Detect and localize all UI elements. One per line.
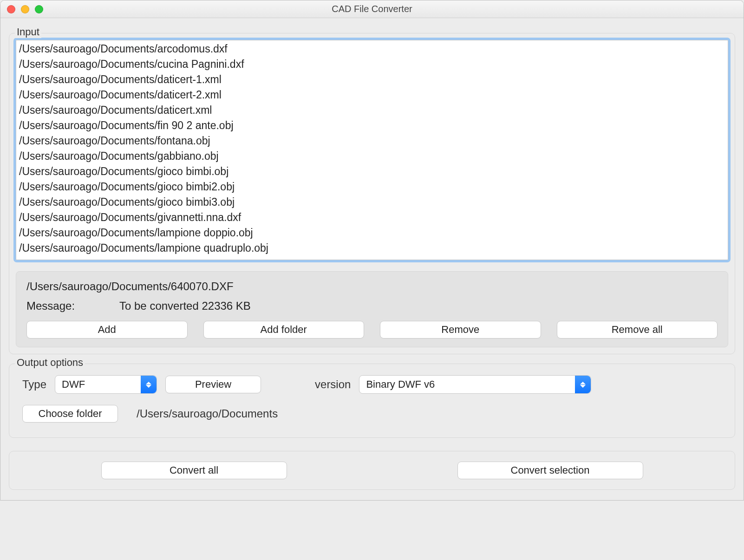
window-body: Input /Users/sauroago/Documents/arcodomu… (0, 18, 744, 500)
message-value: To be converted 22336 KB (119, 300, 251, 313)
input-group: Input /Users/sauroago/Documents/arcodomu… (9, 33, 735, 354)
remove-all-button[interactable]: Remove all (557, 321, 718, 339)
list-item[interactable]: /Users/sauroago/Documents/gioco bimbi3.o… (18, 195, 726, 210)
file-list[interactable]: /Users/sauroago/Documents/arcodomus.dxf/… (16, 40, 728, 260)
list-item[interactable]: /Users/sauroago/Documents/arcodomus.dxf (18, 41, 726, 57)
type-select[interactable]: DWF (55, 375, 157, 394)
list-item[interactable]: /Users/sauroago/Documents/cucina Pagnini… (18, 57, 726, 72)
output-row-1: Type DWF Preview version Binary DWF v6 (22, 375, 722, 394)
title-bar: CAD File Converter (0, 0, 744, 18)
type-label: Type (22, 378, 46, 391)
list-item[interactable]: /Users/sauroago/Documents/givannetti.nna… (18, 210, 726, 225)
output-group-label: Output options (15, 357, 85, 369)
list-item[interactable]: /Users/sauroago/Documents/daticert-2.xml (18, 87, 726, 103)
close-icon[interactable] (7, 5, 15, 13)
list-item[interactable]: /Users/sauroago/Documents/daticert.xml (18, 103, 726, 118)
version-value: Binary DWF v6 (366, 378, 435, 391)
remove-button[interactable]: Remove (380, 321, 541, 339)
version-label: version (315, 378, 351, 391)
chevron-updown-icon (575, 376, 591, 393)
minimize-icon[interactable] (21, 5, 29, 13)
current-file: /Users/sauroago/Documents/640070.DXF (26, 280, 718, 293)
list-item[interactable]: /Users/sauroago/Documents/fontana.obj (18, 133, 726, 149)
message-row: Message: To be converted 22336 KB (26, 300, 718, 313)
convert-all-button[interactable]: Convert all (101, 462, 287, 479)
window-title: CAD File Converter (0, 4, 744, 14)
list-item[interactable]: /Users/sauroago/Documents/gioco bimbi.ob… (18, 164, 726, 179)
input-group-label: Input (15, 26, 41, 38)
add-folder-button[interactable]: Add folder (203, 321, 365, 339)
message-label: Message: (26, 300, 119, 313)
input-buttons: Add Add folder Remove Remove all (26, 321, 718, 339)
window-controls (7, 5, 43, 13)
list-item[interactable]: /Users/sauroago/Documents/lampione quadr… (18, 241, 726, 256)
preview-button[interactable]: Preview (165, 376, 261, 393)
convert-bar: Convert all Convert selection (9, 451, 735, 490)
choose-folder-button[interactable]: Choose folder (22, 405, 118, 423)
zoom-icon[interactable] (35, 5, 43, 13)
app-window: CAD File Converter Input /Users/sauroago… (0, 0, 744, 501)
type-value: DWF (62, 378, 85, 391)
list-item[interactable]: /Users/sauroago/Documents/fin 90 2 ante.… (18, 118, 726, 133)
output-options-group: Output options Type DWF Preview version … (9, 364, 735, 438)
convert-selection-button[interactable]: Convert selection (457, 462, 643, 479)
version-select[interactable]: Binary DWF v6 (359, 375, 591, 394)
chevron-updown-icon (141, 376, 157, 393)
list-item[interactable]: /Users/sauroago/Documents/lampione doppi… (18, 225, 726, 241)
add-button[interactable]: Add (26, 321, 188, 339)
list-item[interactable]: /Users/sauroago/Documents/daticert-1.xml (18, 72, 726, 87)
list-item[interactable]: /Users/sauroago/Documents/gioco bimbi2.o… (18, 179, 726, 195)
status-panel: /Users/sauroago/Documents/640070.DXF Mes… (16, 271, 728, 347)
list-item[interactable]: /Users/sauroago/Documents/gabbiano.obj (18, 149, 726, 164)
output-body: Type DWF Preview version Binary DWF v6 C… (16, 371, 728, 431)
output-folder-path: /Users/sauroago/Documents (137, 407, 278, 420)
output-row-2: Choose folder /Users/sauroago/Documents (22, 405, 722, 423)
